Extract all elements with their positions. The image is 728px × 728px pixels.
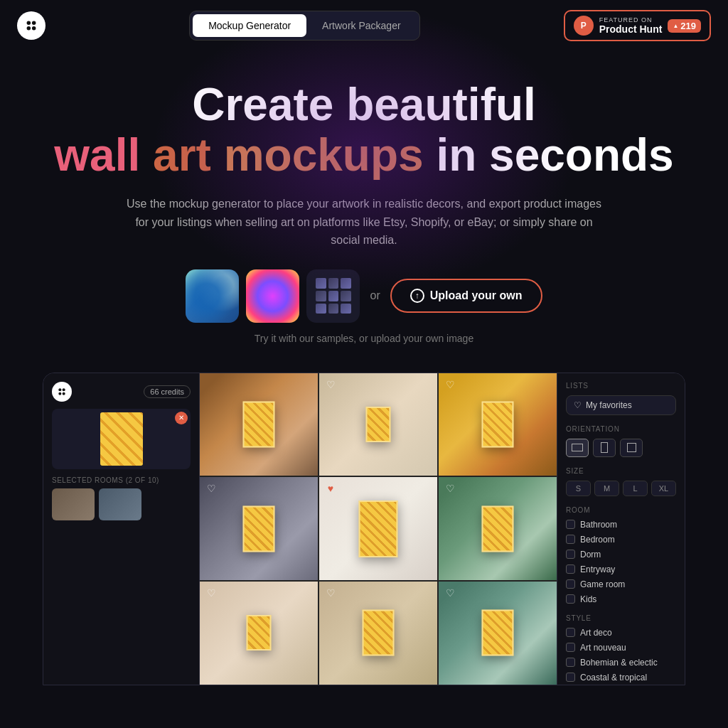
favorite-icon-4[interactable]: ♡ [204, 481, 218, 496]
sample-image-3[interactable] [306, 269, 360, 323]
room-thumb-inner-1 [52, 488, 95, 520]
orientation-label: ORIENTATION [566, 425, 676, 433]
landscape-icon [572, 444, 583, 451]
style-art-nouveau[interactable]: Art nouveau [566, 643, 676, 653]
size-s[interactable]: S [566, 481, 591, 496]
tab-artwork-packager[interactable]: Artwork Packager [306, 14, 416, 37]
portrait-icon [601, 442, 608, 453]
cb-bohemian [566, 658, 575, 667]
style-coastal[interactable]: Coastal & tropical [566, 673, 676, 682]
cb-bedroom [566, 535, 575, 544]
hero-section: Create beautiful wall art mockups in sec… [0, 51, 728, 358]
product-hunt-badge[interactable]: P FEATURED ON Product Hunt ▲ 219 [564, 10, 711, 41]
orient-landscape-btn[interactable] [566, 439, 589, 457]
square-icon [627, 443, 636, 452]
left-panel: 66 credits ✕ SELECTED ROOMS (2 OF 10) [43, 373, 200, 685]
filter-room: ROOM Bathroom Bedroom Dorm Entryway [566, 506, 676, 604]
room-thumb-2[interactable] [99, 488, 141, 520]
orient-portrait-btn[interactable] [593, 439, 616, 457]
panel-logo [52, 382, 72, 402]
room-grid-8[interactable]: ♡ [319, 582, 437, 685]
delete-icon[interactable]: ✕ [175, 412, 188, 424]
size-row: S M L XL [566, 481, 676, 496]
ph-featured-label: FEATURED ON [599, 16, 663, 23]
orientation-row [566, 439, 676, 457]
filter-orientation: ORIENTATION [566, 425, 676, 457]
grid-pattern-icon [316, 278, 351, 314]
filter-lists: LISTS ♡ My favorites [566, 382, 676, 415]
favorite-icon-8[interactable]: ♡ [323, 586, 338, 600]
room-grid-2[interactable]: ♡ [319, 373, 437, 476]
cb-entryway [566, 564, 575, 574]
favorite-icon-7[interactable]: ♡ [204, 586, 218, 600]
room-thumb-inner-2 [99, 488, 141, 520]
cb-bathroom [566, 520, 575, 529]
filter-style: STYLE Art deco Art nouveau Bohemian & ec… [566, 614, 676, 685]
room-entryway[interactable]: Entryway [566, 564, 676, 574]
favorite-icon-9[interactable]: ♡ [443, 586, 457, 600]
ph-count-badge: ▲ 219 [668, 19, 701, 33]
sample-image-1[interactable] [186, 269, 239, 323]
sample-image-2[interactable] [246, 269, 299, 323]
selected-rooms-label: SELECTED ROOMS (2 OF 10) [52, 476, 191, 484]
room-grid-7[interactable]: ♡ [200, 582, 318, 685]
style-art-deco[interactable]: Art deco [566, 628, 676, 638]
room-checkbox-list: Bathroom Bedroom Dorm Entryway Game room [566, 520, 676, 604]
favorite-icon-3[interactable]: ♡ [443, 378, 457, 392]
navigation: Mockup Generator Artwork Packager P FEAT… [0, 0, 728, 51]
favorite-icon-2[interactable]: ♡ [323, 378, 338, 392]
room-grid-3[interactable]: ♡ [439, 373, 557, 476]
style-bohemian[interactable]: Bohemian & eclectic [566, 658, 676, 668]
room-grid-6[interactable]: ♡ [439, 477, 557, 580]
cb-art-deco [566, 628, 575, 637]
word-wall: wall [54, 129, 140, 181]
room-thumb-1[interactable] [52, 488, 95, 520]
room-grid-9[interactable]: ♡ [439, 582, 557, 685]
cb-coastal [566, 673, 575, 682]
logo[interactable] [17, 11, 46, 40]
room-kids[interactable]: Kids [566, 594, 676, 604]
svg-point-2 [27, 26, 31, 30]
artwork-overlay-8 [363, 610, 395, 656]
product-hunt-icon: P [574, 16, 594, 36]
heart-icon-small: ♡ [574, 400, 582, 410]
svg-point-6 [58, 392, 61, 395]
artwork-preview-box: ✕ [52, 409, 191, 469]
right-panel: LISTS ♡ My favorites ORIENTATION [557, 373, 685, 685]
room-grid-4[interactable]: ♡ [200, 477, 318, 580]
hero-title-colored: wall art mockups in seconds [14, 129, 714, 182]
cb-kids [566, 594, 575, 604]
favorite-icon-5[interactable]: ♥ [323, 481, 338, 496]
tab-mockup-generator[interactable]: Mockup Generator [193, 14, 306, 37]
room-dorm[interactable]: Dorm [566, 550, 676, 560]
room-game-room[interactable]: Game room [566, 579, 676, 589]
ph-triangle-icon: ▲ [673, 23, 678, 29]
room-label: ROOM [566, 506, 676, 514]
room-thumbs [52, 488, 191, 520]
word-art: art [153, 129, 211, 181]
svg-point-0 [27, 21, 31, 25]
artwork-overlay-2 [366, 407, 391, 442]
size-l[interactable]: L [623, 481, 648, 496]
room-bedroom[interactable]: Bedroom [566, 535, 676, 545]
cb-dorm [566, 550, 575, 559]
favorite-icon-6[interactable]: ♡ [443, 481, 457, 496]
favorites-button[interactable]: ♡ My favorites [566, 395, 676, 415]
room-grid-1[interactable] [200, 373, 318, 476]
style-checkbox-list: Art deco Art nouveau Bohemian & eclectic… [566, 628, 676, 685]
nav-tabs: Mockup Generator Artwork Packager [189, 11, 419, 41]
upload-button[interactable]: ↑ Upload your own [390, 279, 542, 313]
artwork-overlay-9 [482, 610, 514, 656]
or-label: or [370, 289, 380, 302]
room-bathroom[interactable]: Bathroom [566, 520, 676, 530]
size-xl[interactable]: XL [651, 481, 676, 496]
artwork-thumbnail[interactable] [100, 412, 143, 466]
room-grid-5[interactable]: ♥ [319, 477, 437, 580]
cb-art-nouveau [566, 643, 575, 652]
hero-title-main: Create beautiful [14, 80, 714, 129]
svg-point-7 [63, 392, 65, 395]
orient-square-btn[interactable] [620, 439, 643, 457]
size-m[interactable]: M [594, 481, 619, 496]
upload-icon: ↑ [410, 289, 424, 303]
word-mockups: mockups [224, 129, 424, 181]
